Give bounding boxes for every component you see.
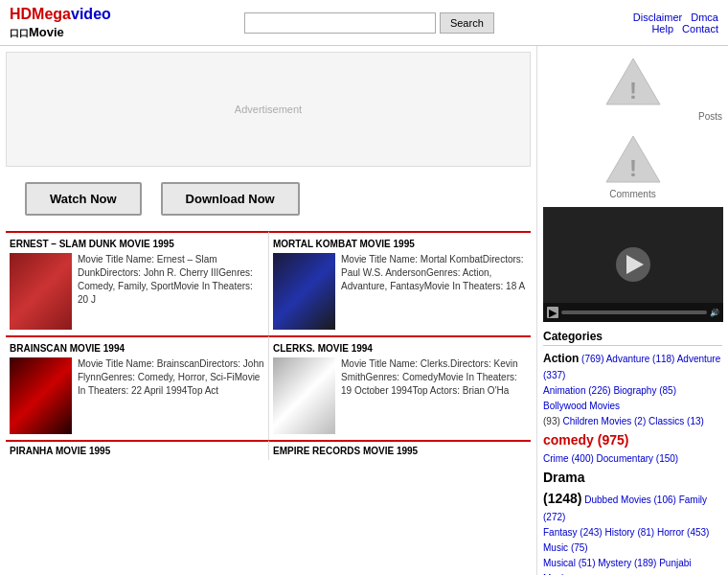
- cat-93: (93): [543, 416, 563, 426]
- categories: Categories Action (769) Advanture (118) …: [543, 330, 722, 575]
- logo-movie: Movie: [29, 25, 64, 39]
- movie-item-clerks: Movie Title Name: Clerks.Directors: Kevi…: [273, 357, 527, 434]
- movie-title-mortal: MORTAL KOMBAT MOVIE 1995: [273, 239, 527, 249]
- movie-section-piranha: PIRANHA MOVIE 1995: [6, 440, 268, 460]
- movie-title-brainscan: BRAINSCAN MOVIE 1994: [10, 343, 264, 354]
- cat-biography[interactable]: Biography (85): [613, 385, 676, 396]
- logo: HDMegavideo 口口Movie: [10, 6, 111, 39]
- categories-content: Action (769) Advanture (118) Adventure (…: [543, 350, 722, 575]
- svg-text:!: !: [629, 155, 637, 181]
- nav-links: Disclaimer Dmca Help Contact: [627, 12, 718, 34]
- movie-info-ernest: Movie Title Name: Ernest – Slam DunkDire…: [78, 253, 264, 330]
- categories-title: Categories: [543, 330, 722, 346]
- play-icon: [626, 255, 644, 274]
- header: HDMegavideo 口口Movie Search Disclaimer Dm…: [0, 0, 728, 46]
- sidebar-warning-2: ! Comments: [543, 129, 722, 199]
- cat-dubbed[interactable]: Dubbed Movies (106): [584, 494, 676, 505]
- movie-thumb-mortal: [273, 253, 335, 330]
- movie-thumb-brainscan: [10, 357, 72, 434]
- logo-hd: HD: [10, 6, 32, 22]
- progress-bar[interactable]: [561, 310, 707, 314]
- volume-control[interactable]: 🔊: [710, 309, 719, 317]
- movie-item-mortal: Movie Title Name: Mortal KombatDirectors…: [273, 253, 527, 330]
- cat-drama[interactable]: Drama: [543, 473, 585, 484]
- cat-bollywood[interactable]: Bollywood Movies: [543, 401, 620, 411]
- nav-contact[interactable]: Contact: [682, 23, 718, 34]
- nav-help[interactable]: Help: [651, 23, 673, 34]
- search-input[interactable]: [244, 12, 436, 34]
- action-buttons: Watch Now Download Now: [6, 174, 531, 223]
- search-button[interactable]: Search: [440, 12, 494, 34]
- movie-info-clerks: Movie Title Name: Clerks.Directors: Kevi…: [341, 357, 527, 434]
- cat-music[interactable]: Music (75): [543, 542, 588, 553]
- movie-info-mortal: Movie Title Name: Mortal KombatDirectors…: [341, 253, 527, 330]
- comments-label: Comments: [609, 189, 655, 199]
- cat-musical[interactable]: Musical (51): [543, 558, 595, 568]
- sidebar-warning-1: ! Posts: [543, 52, 722, 122]
- movie-thumb-clerks: [273, 357, 335, 434]
- movie-section-empire: EMPIRE RECORDS MOVIE 1995: [268, 440, 531, 460]
- cat-documentary[interactable]: Documentary (150): [597, 453, 679, 464]
- video-controls: ▶ 🔊: [543, 303, 723, 322]
- cat-horror[interactable]: Horror (453): [657, 527, 709, 538]
- movie-thumb-ernest: [10, 253, 72, 330]
- cat-drama-count[interactable]: (1248): [543, 494, 581, 505]
- movie-section-brainscan: BRAINSCAN MOVIE 1994 Movie Title Name: B…: [6, 335, 268, 440]
- movie-item-brainscan: Movie Title Name: BrainscanDirectors: Jo…: [10, 357, 264, 434]
- warning-icon-1: !: [604, 52, 662, 109]
- logo-mega: Mega: [32, 6, 71, 22]
- logo-icons: 口口: [10, 28, 29, 38]
- warning-icon-2: !: [604, 129, 662, 187]
- cat-action[interactable]: Action (769): [543, 354, 603, 364]
- cat-fantasy[interactable]: Fantasy (243): [543, 527, 603, 538]
- movie-title-clerks: CLERKS. MOVIE 1994: [273, 343, 527, 354]
- cat-classics[interactable]: Classics (13): [648, 416, 704, 426]
- nav-dmca[interactable]: Dmca: [691, 12, 718, 23]
- video-player[interactable]: ▶ 🔊: [543, 207, 723, 322]
- content: Advertisement Watch Now Download Now ERN…: [0, 46, 536, 575]
- movie-list: ERNEST – SLAM DUNK MOVIE 1995 Movie Titl…: [6, 231, 531, 460]
- cat-children[interactable]: Children Movies (2): [563, 416, 647, 426]
- posts-label: Posts: [698, 111, 722, 122]
- movie-title-empire: EMPIRE RECORDS MOVIE 1995: [273, 446, 527, 456]
- movie-section-mortal: MORTAL KOMBAT MOVIE 1995 Movie Title Nam…: [268, 231, 531, 335]
- watch-now-button[interactable]: Watch Now: [25, 182, 142, 216]
- download-now-button[interactable]: Download Now: [161, 182, 300, 216]
- svg-text:!: !: [629, 78, 637, 104]
- logo-video: video: [71, 6, 111, 22]
- cat-history[interactable]: History (81): [604, 527, 654, 538]
- main-wrapper: Advertisement Watch Now Download Now ERN…: [0, 46, 728, 575]
- cat-animation[interactable]: Animation (226): [543, 385, 611, 396]
- banner-area: Advertisement: [6, 52, 531, 167]
- cat-mystery[interactable]: Mystery (189): [598, 558, 656, 568]
- sidebar: ! Posts ! Comments ▶ 🔊: [536, 46, 728, 575]
- cat-crime[interactable]: Crime (400): [543, 453, 594, 464]
- play-button[interactable]: [616, 247, 650, 282]
- movie-title-piranha: PIRANHA MOVIE 1995: [10, 446, 264, 456]
- cat-comedy[interactable]: comedy (975): [543, 436, 628, 447]
- movie-item-ernest: Movie Title Name: Ernest – Slam DunkDire…: [10, 253, 264, 330]
- banner-placeholder: Advertisement: [235, 104, 302, 115]
- movie-info-brainscan: Movie Title Name: BrainscanDirectors: Jo…: [78, 357, 264, 434]
- movie-title-ernest: ERNEST – SLAM DUNK MOVIE 1995: [10, 239, 264, 249]
- play-pause-btn[interactable]: ▶: [547, 307, 558, 318]
- search-area: Search: [244, 12, 494, 34]
- nav-disclaimer[interactable]: Disclaimer: [633, 12, 682, 23]
- movie-section-clerks: CLERKS. MOVIE 1994 Movie Title Name: Cle…: [268, 335, 531, 440]
- movie-section-ernest: ERNEST – SLAM DUNK MOVIE 1995 Movie Titl…: [6, 231, 268, 335]
- cat-advanture[interactable]: Advanture (118): [606, 354, 675, 364]
